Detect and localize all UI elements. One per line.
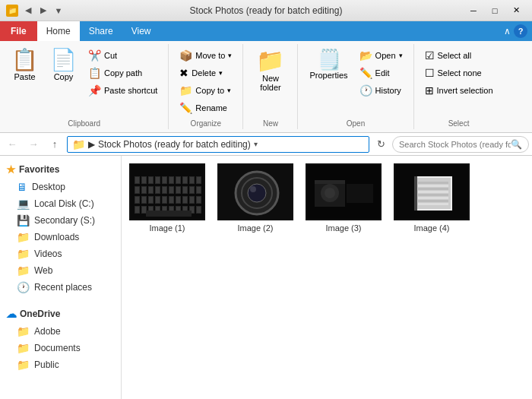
address-path[interactable]: 📁 ▶ Stock Photos (ready for batch editin…: [67, 136, 369, 153]
close-button[interactable]: ✕: [506, 3, 526, 18]
copy-to-arrow: ▾: [227, 87, 231, 94]
favorites-star-icon: ★: [6, 163, 16, 176]
sidebar-item-downloads[interactable]: 📁 Downloads: [0, 229, 121, 245]
maximize-button[interactable]: □: [485, 3, 505, 18]
ribbon-collapse-btn[interactable]: ∧: [504, 26, 511, 36]
clipboard-label: Clipboard: [68, 116, 100, 128]
edit-icon: ✏️: [359, 67, 372, 79]
rename-button[interactable]: ✏️ Rename: [175, 100, 236, 116]
file-item-4[interactable]: Image (4): [394, 163, 470, 233]
up-button[interactable]: ↑: [46, 136, 64, 153]
image-canvas-4: [395, 165, 470, 220]
secondary-label: Secondary (S:): [34, 215, 95, 226]
downloads-icon: 📁: [17, 231, 30, 243]
search-box[interactable]: 🔍: [392, 136, 529, 153]
image-canvas-3: [307, 165, 382, 220]
app-icon: 📁: [6, 5, 18, 17]
menu-tab-home[interactable]: Home: [37, 21, 80, 41]
quick-access-btn2[interactable]: ▶: [36, 4, 50, 17]
sidebar-item-documents[interactable]: 📁 Documents: [0, 340, 121, 356]
history-button[interactable]: 🕐 History: [355, 82, 407, 99]
onedrive-header[interactable]: ☁ OneDrive: [0, 305, 121, 323]
open-buttons: 🗒️ Properties 📂 Open ▾ ✏️ Edit 🕐 History: [304, 46, 407, 116]
cut-icon: ✂️: [88, 49, 101, 62]
sidebar-item-local-disk[interactable]: 💻 Local Disk (C:): [0, 195, 121, 212]
select-all-label: Select all: [438, 51, 472, 60]
path-dropdown-icon[interactable]: ▾: [254, 140, 258, 148]
open-button[interactable]: 📂 Open ▾: [355, 47, 407, 64]
history-icon: 🕐: [359, 84, 372, 97]
favorites-header[interactable]: ★ Favorites: [0, 160, 121, 179]
file-item-2[interactable]: Image (2): [217, 163, 293, 233]
onedrive-section: ☁ OneDrive 📁 Adobe 📁 Documents 📁 Public: [0, 303, 121, 375]
select-label: Select: [448, 116, 470, 128]
path-text: Stock Photos (ready for batch editing): [98, 139, 251, 150]
copy-label: Copy: [54, 72, 74, 81]
move-to-button[interactable]: 📦 Move to ▾: [175, 47, 236, 64]
sidebar-item-web[interactable]: 📁 Web: [0, 262, 121, 279]
sidebar-item-videos[interactable]: 📁 Videos: [0, 245, 121, 262]
documents-icon: 📁: [17, 342, 30, 354]
edit-button[interactable]: ✏️ Edit: [355, 65, 407, 81]
copy-button[interactable]: 📄 Copy: [45, 46, 82, 85]
sidebar-item-secondary[interactable]: 💾 Secondary (S:): [0, 212, 121, 229]
sidebar-item-recent[interactable]: 🕐 Recent places: [0, 279, 121, 296]
file-thumb-3: [306, 163, 382, 220]
help-button[interactable]: ?: [514, 24, 527, 38]
favorites-label: Favorites: [19, 164, 59, 175]
paste-shortcut-label: Paste shortcut: [104, 86, 157, 95]
web-icon: 📁: [17, 264, 30, 277]
new-folder-button[interactable]: 📁 Newfolder: [249, 46, 291, 96]
organize-col: 📦 Move to ▾ ✖ Delete ▾ 📁 Copy to ▾ ✏️ Re…: [175, 47, 236, 116]
menu-tab-share[interactable]: Share: [80, 21, 122, 41]
menu-tab-view[interactable]: View: [122, 21, 160, 41]
cut-button[interactable]: ✂️ Cut: [84, 47, 162, 64]
new-label: New: [263, 116, 278, 128]
invert-selection-button[interactable]: ⊞ Invert selection: [420, 82, 498, 99]
adobe-label: Adobe: [34, 326, 61, 337]
recent-label: Recent places: [34, 282, 92, 293]
open-label: Open: [375, 51, 396, 60]
sidebar-item-public[interactable]: 📁 Public: [0, 356, 121, 373]
new-buttons: 📁 Newfolder: [249, 46, 291, 116]
menu-file[interactable]: File: [0, 21, 37, 41]
secondary-icon: 💾: [17, 214, 30, 226]
sidebar-item-adobe[interactable]: 📁 Adobe: [0, 323, 121, 340]
paste-button[interactable]: 📋 Paste: [6, 46, 43, 85]
quick-access-btn[interactable]: ◀: [21, 4, 35, 17]
delete-button[interactable]: ✖ Delete ▾: [175, 65, 236, 81]
select-all-icon: ☑: [425, 49, 435, 62]
search-input[interactable]: [399, 140, 511, 149]
copy-path-button[interactable]: 📋 Copy path: [84, 65, 162, 81]
onedrive-icon: ☁: [6, 308, 17, 320]
file-item-1[interactable]: Image (1): [129, 163, 205, 233]
paste-shortcut-button[interactable]: 📌 Paste shortcut: [84, 82, 162, 99]
copy-icon: 📄: [50, 49, 77, 71]
search-icon: 🔍: [511, 139, 522, 150]
quick-access-btn3[interactable]: ▼: [52, 4, 65, 17]
image-canvas-1: [131, 165, 205, 220]
copy-path-icon: 📋: [88, 67, 101, 79]
open-arrow: ▾: [399, 52, 403, 59]
select-all-button[interactable]: ☑ Select all: [420, 47, 498, 64]
favorites-section: ★ Favorites 🖥 Desktop 💻 Local Disk (C:) …: [0, 159, 121, 297]
videos-icon: 📁: [17, 248, 30, 260]
file-item-3[interactable]: Image (3): [306, 163, 382, 233]
history-label: History: [375, 86, 401, 95]
sidebar: ★ Favorites 🖥 Desktop 💻 Local Disk (C:) …: [0, 156, 122, 399]
copy-to-button[interactable]: 📁 Copy to ▾: [175, 82, 236, 99]
videos-label: Videos: [34, 249, 62, 259]
move-to-label: Move to: [195, 51, 225, 60]
sidebar-item-desktop[interactable]: 🖥 Desktop: [0, 179, 121, 195]
path-folder-icon: 📁: [72, 138, 85, 150]
back-button[interactable]: ←: [3, 136, 21, 153]
minimize-button[interactable]: ─: [464, 3, 483, 18]
properties-button[interactable]: 🗒️ Properties: [304, 46, 353, 84]
forward-button[interactable]: →: [24, 136, 43, 153]
menu-bar: File Home Share View ∧ ?: [0, 21, 532, 41]
select-none-button[interactable]: ☐ Select none: [420, 65, 498, 81]
clipboard-buttons: 📋 Paste 📄 Copy ✂️ Cut 📋 Copy path 📌: [6, 46, 162, 116]
new-group: 📁 Newfolder New: [243, 44, 298, 129]
refresh-button[interactable]: ↻: [372, 136, 389, 153]
select-none-label: Select none: [438, 68, 482, 78]
